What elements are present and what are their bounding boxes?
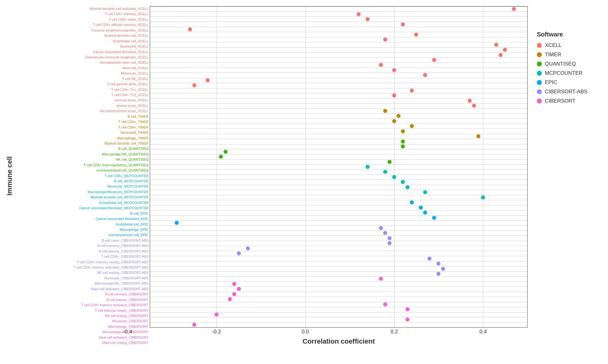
- y-label: T cell CD8+ naive_XCELL: [14, 18, 149, 22]
- y-label: T cell CD4+ memory activated_CIBERSORT: [14, 303, 149, 307]
- legend-label: TIMER: [545, 52, 561, 58]
- grid-line-h: [150, 231, 527, 231]
- legend-label: QUANTISEQ: [545, 61, 576, 67]
- grid-line-v: [394, 6, 395, 327]
- y-label: Macrophage M2_QUANTISEQ: [14, 152, 149, 156]
- legend-dot: [537, 89, 542, 94]
- plot-area: [150, 6, 528, 328]
- data-dot: [512, 7, 516, 11]
- data-dot: [414, 32, 418, 36]
- grid-line-h: [150, 159, 527, 159]
- data-dot: [468, 99, 472, 103]
- legend-item: TIMER: [537, 52, 596, 58]
- data-dot: [405, 318, 409, 322]
- data-dot: [232, 292, 236, 296]
- y-label: Mast cell activated_CIBERSORT-ABS: [14, 287, 149, 291]
- legend-dot: [537, 52, 542, 57]
- y-label: T cell CD4+ Th2_XCELL: [14, 93, 149, 97]
- x-tick: -0.2: [212, 329, 221, 335]
- grid-line-h: [150, 302, 527, 302]
- grid-line-h: [150, 42, 527, 42]
- data-dot: [192, 83, 196, 87]
- data-dot: [401, 22, 405, 26]
- y-label: T cell CD4+_TIMER: [14, 120, 149, 124]
- data-dot: [383, 109, 387, 113]
- grid-line-h: [150, 88, 527, 88]
- data-dot: [388, 241, 392, 245]
- grid-line-h: [150, 93, 527, 93]
- y-label: Myeloid dendritic cell_MCPCOUNTER: [14, 195, 149, 199]
- data-dot: [498, 53, 502, 57]
- y-label: Myeloid dendritic cell_TIMER: [14, 142, 149, 146]
- grid-line-h: [150, 205, 527, 205]
- grid-line-h: [150, 98, 527, 99]
- legend-dot: [537, 61, 542, 66]
- grid-line-h: [150, 220, 527, 221]
- data-dot: [503, 48, 507, 52]
- data-dot: [365, 17, 369, 21]
- y-label: Macrophage M2_CIBERSORT-ABS: [14, 281, 149, 286]
- data-dot: [472, 104, 476, 108]
- x-axis-label: Correlation coefficient: [150, 336, 528, 345]
- y-label: B cell_TIMER: [14, 115, 149, 119]
- grid-line-h: [150, 175, 527, 175]
- data-dot: [423, 73, 427, 77]
- grid-line-h: [150, 307, 527, 307]
- data-dot: [237, 287, 241, 291]
- y-label: T cell follicular helper_CIBERSORT: [14, 309, 149, 313]
- grid-line-h: [150, 149, 527, 149]
- y-label: B cell memory_CIBERSORT: [14, 292, 149, 296]
- y-label: Cancer associated fibroblast_EPIC: [14, 217, 149, 221]
- y-label: Monocyte_CIBERSORT-ABS: [14, 276, 149, 280]
- data-dot: [383, 170, 387, 174]
- grid-line-h: [150, 124, 527, 124]
- y-label: T cell CD8+_CIBERSORT-ABS: [14, 255, 149, 259]
- data-dot: [392, 94, 396, 98]
- grid-line-h: [150, 281, 527, 282]
- y-label: B cell plasma_CIBERSORT: [14, 298, 149, 302]
- y-label: T cell CD4+ (non-regulatory)_QUANTISEQ: [14, 163, 149, 167]
- y-label: Macrophage_TIMER: [14, 136, 149, 140]
- grid-line-h: [150, 261, 527, 261]
- grid-line-h: [150, 32, 527, 32]
- y-label: uncharacterized cell_QUANTISEQ: [14, 168, 149, 172]
- data-dot: [392, 68, 396, 72]
- y-label: Monocyte_XCELL: [14, 71, 149, 75]
- grid-line-h: [150, 27, 527, 27]
- y-label: Hematopoietic stem cell_XCELL: [14, 61, 149, 65]
- grid-line-v: [305, 6, 306, 327]
- y-label: Endothelial cell_XCELL: [14, 39, 149, 43]
- data-dot: [481, 195, 485, 199]
- y-label: Macrophage_EPIC: [14, 228, 149, 232]
- data-dot: [392, 119, 396, 123]
- data-dot: [401, 139, 405, 143]
- data-dot: [405, 185, 409, 189]
- data-dot: [383, 231, 387, 235]
- grid-line-h: [150, 185, 527, 185]
- y-label: Monocyte_CIBERSORT: [14, 319, 149, 323]
- data-dot: [237, 252, 241, 256]
- legend-item: MCPCOUNTER: [537, 70, 596, 76]
- data-dot: [383, 38, 387, 42]
- data-dot: [223, 150, 227, 154]
- y-label: T cell gamma delta_XCELL: [14, 82, 149, 86]
- y-label: T cell CD8+ effector memory_XCELL: [14, 23, 149, 27]
- y-label: B cell_MCPCOUNTER: [14, 179, 149, 183]
- y-labels: Myeloid dendritic cell activated_XCELLT …: [14, 6, 150, 345]
- grid-line-h: [150, 246, 527, 246]
- data-dot: [246, 246, 250, 250]
- grid-line-h: [150, 225, 527, 226]
- y-label: NK cell_QUANTISEQ: [14, 158, 149, 162]
- grid-line-h: [150, 118, 527, 119]
- data-dot: [423, 211, 427, 215]
- data-dot: [432, 216, 436, 220]
- legend-dot: [537, 71, 542, 76]
- data-dot: [410, 88, 414, 92]
- legend-label: MCPCOUNTER: [545, 70, 583, 76]
- y-label: B cell plasma_CIBERSORT-ABS: [14, 249, 149, 253]
- y-label: NK cell resting_CIBERSORT-ABS: [14, 271, 149, 275]
- grid-line-h: [150, 47, 527, 48]
- y-label: Granulocyte-monocyte progenitor_XCELL: [14, 55, 149, 59]
- data-dot: [388, 160, 392, 164]
- grid-line-h: [150, 108, 527, 109]
